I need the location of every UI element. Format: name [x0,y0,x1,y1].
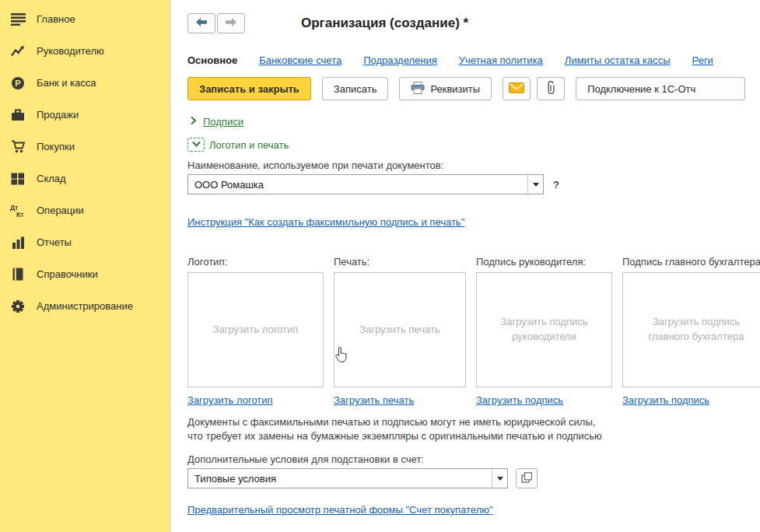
open-form-icon [521,472,532,485]
app-window: Главное Руководителю P Банк и касса Прод… [0,0,760,532]
sidebar: Главное Руководителю P Банк и касса Прод… [0,0,170,532]
sidebar-item[interactable]: Продажи [0,99,170,131]
chevron-right-icon [187,115,198,128]
print-name-input[interactable]: ООО Ромашка [187,174,544,194]
sidebar-item-label: Руководителю [37,45,104,57]
upload-link[interactable]: Загрузить подпись [622,394,709,406]
sidebar-item[interactable]: P Банк и касса [0,67,170,99]
main-panel: Организация (создание) * Основное Банков… [170,0,760,532]
forward-arrow-icon [225,17,237,30]
printer-icon [411,82,425,96]
upload-placeholder: Загрузить логотип [199,323,313,338]
tab[interactable]: Подразделения [363,54,437,66]
svg-text:P: P [15,79,20,88]
upload-dropzone[interactable]: Загрузить логотип [187,272,324,387]
requisites-label: Реквизиты [430,83,480,95]
upload-column: Подпись главного бухгалтера: Загрузить п… [622,240,760,406]
tab[interactable]: Учетная политика [459,54,543,66]
sidebar-item-label: Справочники [37,268,98,280]
sidebar-item-label: Отчеты [37,236,72,248]
open-conditions-button[interactable] [516,468,538,488]
sidebar-item[interactable]: Справочники [0,258,170,290]
trend-icon [9,44,26,58]
bar-chart-icon [9,236,26,250]
dtkt-icon: ДтКт [9,204,26,218]
sidebar-item[interactable]: Покупки [0,131,170,163]
upload-dropzone[interactable]: Загрузить печать [334,272,466,387]
sidebar-item-label: Главное [37,13,75,25]
upload-dropzone[interactable]: Загрузить подпись руководителя [476,272,612,387]
save-close-button[interactable]: Записать и закрыть [187,77,311,100]
page-title: Организация (создание) * [301,16,468,31]
cart-icon [9,140,26,154]
upload-placeholder: Загрузить печать [345,323,454,338]
conditions-input[interactable]: Типовые условия [187,468,508,488]
sidebar-item-label: Покупки [37,141,75,152]
signatures-group-toggle[interactable]: Подписи [187,114,760,128]
instruction-link[interactable]: Инструкция "Как создать факсимильную под… [187,216,464,228]
history-nav [187,13,245,33]
conditions-dropdown-button[interactable] [492,469,507,488]
forward-button[interactable] [217,13,245,33]
bank-icon: P [9,76,26,90]
tab[interactable]: Реги [692,54,713,66]
upload-dropzone[interactable]: Загрузить подпись главного бухгалтера [622,272,760,387]
conditions-label: Дополнительные условия для подстановки в… [187,453,760,465]
book-icon [9,268,26,282]
sidebar-item[interactable]: Склад [0,163,170,194]
tab[interactable]: Основное [187,54,237,66]
save-button[interactable]: Записать [322,77,389,100]
sidebar-item-label: Склад [37,173,66,184]
requisites-button[interactable]: Реквизиты [399,77,492,100]
sidebar-item[interactable]: Администрирование [0,290,170,322]
briefcase-icon [9,108,26,122]
conditions-value[interactable]: Типовые условия [188,473,492,485]
tab[interactable]: Лимиты остатка кассы [565,54,671,66]
tab[interactable]: Банковские счета [259,54,341,66]
chevron-focus-box [187,138,205,152]
header-row: Организация (создание) * [187,12,760,34]
tab-bar: Основное Банковские счета Подразделения … [187,54,760,66]
mail-button[interactable] [503,77,531,100]
upload-link[interactable]: Загрузить подпись [476,394,563,406]
sidebar-item-label: Банк и касса [37,77,96,89]
sidebar-item[interactable]: Отчеты [0,226,170,258]
list-icon [9,12,26,26]
sidebar-item[interactable]: ДтКт Операции [0,194,170,226]
back-button[interactable] [187,13,215,33]
print-name-label: Наименование, используемое при печати до… [187,159,760,171]
print-name-dropdown-button[interactable] [527,175,543,194]
sidebar-item-label: Администрирование [37,300,133,312]
upload-grid: Логотип: Загрузить логотип Загрузить лог… [187,240,760,406]
svg-text:Кт: Кт [16,211,23,218]
attachment-button[interactable] [537,77,565,100]
logo-print-group-label[interactable]: Логотип и печать [209,139,289,151]
help-button[interactable]: ? [552,179,561,191]
upload-column: Подпись руководителя: Загрузить подпись … [476,240,612,406]
upload-column: Печать: Загрузить печать Загрузить печат… [334,240,466,406]
upload-link[interactable]: Загрузить логотип [187,394,273,406]
print-name-value[interactable]: ООО Ромашка [188,179,527,191]
sidebar-item-label: Операции [37,205,84,216]
upload-column-label: Логотип: [187,240,324,268]
invoice-preview-link[interactable]: Предварительный просмотр печатной формы … [187,504,493,516]
sidebar-item-label: Продажи [37,109,79,121]
sidebar-item[interactable]: Главное [0,3,170,35]
facsimile-disclaimer: Документы с факсимильными печатью и подп… [187,415,760,443]
upload-column: Логотип: Загрузить логотип Загрузить лог… [187,240,324,406]
warehouse-icon [9,172,26,186]
upload-column-label: Печать: [334,240,466,268]
upload-link[interactable]: Загрузить печать [334,394,414,406]
paperclip-icon [546,81,555,97]
signatures-group-label[interactable]: Подписи [203,116,243,128]
upload-column-label: Подпись главного бухгалтера: [622,240,760,268]
logo-print-group-toggle[interactable]: Логотип и печать [187,136,760,153]
connect-1c-reporting-button[interactable]: Подключение к 1С-Отч [576,77,745,100]
back-arrow-icon [195,17,208,30]
caret-down-icon [533,183,539,187]
sidebar-item[interactable]: Руководителю [0,35,170,67]
caret-down-icon [497,477,503,481]
upload-placeholder: Загрузить подпись главного бухгалтера [623,315,760,345]
toolbar: Записать и закрыть Записать Реквизиты По… [187,77,760,100]
envelope-icon [509,82,524,96]
